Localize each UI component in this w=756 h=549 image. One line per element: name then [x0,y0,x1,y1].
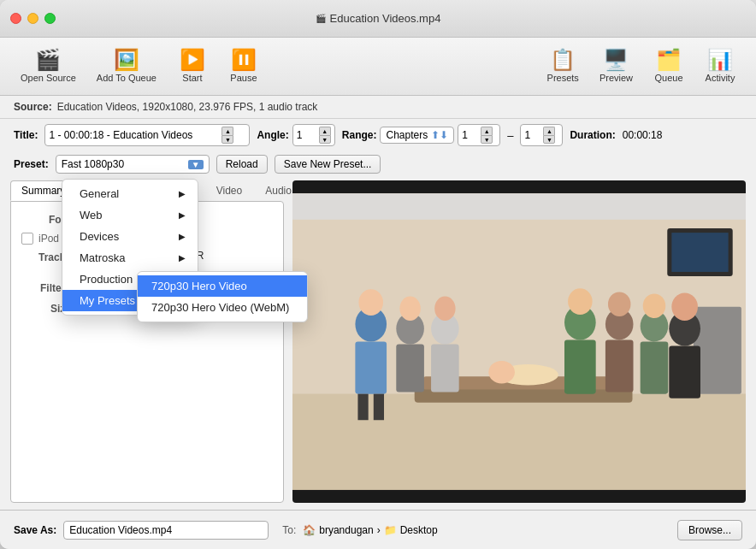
angle-stepper-up[interactable]: ▲ [319,127,331,135]
duration-value: 00:00:18 [623,129,663,141]
range-from-wrap: ▲ ▼ [458,124,500,146]
range-to-input[interactable] [524,129,541,141]
ipod-support-checkbox[interactable] [21,233,33,245]
browse-button[interactable]: Browse... [677,520,742,540]
title-row: Title: ▲ ▼ Angle: ▲ ▼ Range [0,119,756,151]
presets-button[interactable]: 📋 Presets [537,46,589,86]
preset-select[interactable]: Fast 1080p30 ▼ [56,155,210,174]
menu-item-matroska[interactable]: Matroska ▶ [62,247,198,269]
angle-wrap: Angle: ▲ ▼ [257,124,334,146]
menu-item-general[interactable]: General ▶ [62,183,198,204]
range-from-up[interactable]: ▲ [481,127,493,135]
range-select[interactable]: Chapters ⬆⬇ [380,127,454,144]
menu-item-production-label: Production [80,273,133,286]
preset-dropdown-icon: ▼ [188,160,204,169]
minimize-button[interactable] [27,13,38,24]
pause-button[interactable]: ⏸️ Pause [218,46,269,86]
angle-stepper: ▲ ▼ [319,127,331,144]
activity-icon: 📊 [707,50,733,70]
range-from-down[interactable]: ▼ [481,135,493,144]
bottom-bar: Save As: To: 🏠 bryandugan › 📁 Desktop Br… [0,510,756,549]
range-wrap: Range: Chapters ⬆⬇ ▲ ▼ – ▲ [342,124,564,146]
range-to-stepper: ▲ ▼ [543,127,555,144]
svg-rect-34 [292,193,746,490]
add-to-queue-button[interactable]: 🖼️ Add To Queue [86,46,167,86]
submenu-item-720p30-hero-webm-label: 720p30 Hero Video (WebM) [151,301,289,314]
source-row: Source: Education Videos, 1920x1080, 23.… [0,96,756,119]
toolbar-right: 📋 Presets 🖥️ Preview 🗂️ Queue 📊 Activity [537,46,746,86]
queue-button[interactable]: 🗂️ Queue [643,46,694,86]
menu-item-general-label: General [80,187,119,200]
maximize-button[interactable] [44,13,56,24]
presets-icon: 📋 [550,50,576,70]
duration-label: Duration: [570,129,615,141]
title-input[interactable] [49,129,220,141]
range-stepper-icon: ⬆⬇ [431,129,448,141]
start-icon: ▶️ [180,50,205,70]
range-from-input[interactable] [462,129,479,141]
presets-label: Presets [547,73,579,83]
menu-item-matroska-label: Matroska [80,251,125,264]
range-to-down[interactable]: ▼ [543,135,555,144]
menu-item-web[interactable]: Web ▶ [62,204,198,226]
submenu-item-720p30-hero[interactable]: 720p30 Hero Video [138,275,307,297]
submenu-item-720p30-hero-label: 720p30 Hero Video [151,280,247,292]
window-title: 🎬 Education Videos.mp4 [316,12,441,25]
activity-button[interactable]: 📊 Activity [694,46,746,86]
right-panel [284,177,746,503]
menu-item-general-arrow: ▶ [179,189,186,198]
title-stepper-down[interactable]: ▼ [221,135,233,144]
angle-input[interactable] [297,129,317,141]
preview-icon: 🖥️ [603,50,629,70]
range-dash: – [507,129,513,142]
preset-label: Preset: [14,158,49,170]
menu-item-devices-arrow: ▶ [179,232,186,241]
preset-value: Fast 1080p30 [62,158,124,170]
app-window: 🎬 Education Videos.mp4 🎬 Open Source 🖼️ … [0,0,756,549]
angle-label: Angle: [257,129,288,141]
path-folder: Desktop [400,524,438,536]
menu-item-web-label: Web [80,209,103,221]
pause-icon: ⏸️ [231,50,257,70]
menu-item-matroska-arrow: ▶ [179,253,186,263]
video-preview [292,180,746,503]
to-label: To: [282,524,296,536]
open-source-label: Open Source [21,73,76,83]
save-as-input[interactable] [63,521,269,540]
file-icon: 🎬 [316,14,326,23]
menu-item-my-presets-label: My Presets [80,294,135,307]
home-icon: 🏠 [303,524,316,536]
menu-item-devices[interactable]: Devices ▶ [62,226,198,247]
path-user: bryandugan [319,524,373,536]
preset-row: Preset: Fast 1080p30 ▼ Reload Save New P… [0,151,756,177]
start-label: Start [182,73,202,83]
queue-icon: 🗂️ [656,50,682,70]
tab-video[interactable]: Video [205,180,253,201]
preview-label: Preview [599,73,633,83]
submenu-item-720p30-hero-webm[interactable]: 720p30 Hero Video (WebM) [138,297,307,318]
activity-label: Activity [706,73,735,83]
add-to-queue-label: Add To Queue [97,73,157,83]
toolbar: 🎬 Open Source 🖼️ Add To Queue ▶️ Start ⏸… [0,38,756,96]
close-button[interactable] [10,13,21,24]
source-value: Education Videos, 1920x1080, 23.976 FPS,… [57,101,318,113]
reload-button[interactable]: Reload [216,155,268,174]
save-new-preset-button[interactable]: Save New Preset... [275,155,381,174]
open-source-button[interactable]: 🎬 Open Source [10,46,86,86]
menu-item-devices-label: Devices [80,230,119,243]
queue-label: Queue [654,73,682,83]
angle-input-wrap: ▲ ▼ [292,124,335,146]
title-label: Title: [14,129,38,141]
content-area: Source: Education Videos, 1920x1080, 23.… [0,96,756,510]
pause-label: Pause [230,73,257,83]
title-stepper-up[interactable]: ▲ [221,127,233,135]
range-label: Range: [342,129,377,141]
title-input-wrap: ▲ ▼ [44,124,250,146]
path-display: 🏠 bryandugan › 📁 Desktop [303,524,437,536]
start-button[interactable]: ▶️ Start [167,46,218,86]
preview-button[interactable]: 🖥️ Preview [589,46,643,86]
range-to-up[interactable]: ▲ [543,127,555,135]
source-label: Source: [14,101,52,113]
angle-stepper-down[interactable]: ▼ [319,135,331,144]
range-value: Chapters [386,129,428,141]
